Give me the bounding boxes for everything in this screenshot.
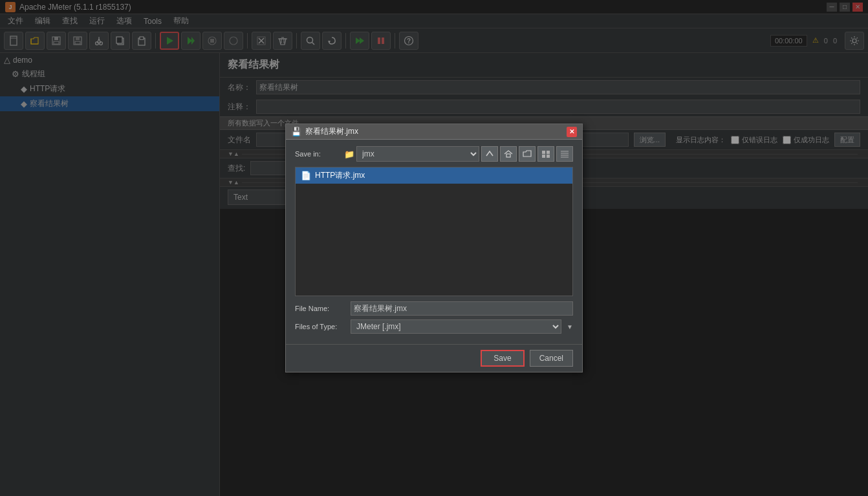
filetype-input-row: Files of Type: JMeter [.jmx] ▼ [295, 319, 573, 334]
dialog-filename-label: File Name: [295, 305, 347, 312]
svg-rect-42 [547, 155, 550, 158]
svg-rect-40 [547, 151, 550, 154]
file-item-icon: 📄 [301, 171, 311, 180]
folder-icon: 📁 [344, 149, 354, 159]
dialog-close-btn[interactable]: ✕ [567, 127, 577, 137]
save-dialog: 💾 察看结果树.jmx ✕ Save in: 📁 jmx [285, 124, 583, 372]
filetype-arrow: ▼ [567, 323, 573, 330]
dialog-list-btn[interactable] [537, 146, 554, 162]
filename-input-row: File Name: [295, 301, 573, 316]
svg-rect-41 [542, 155, 545, 158]
dialog-body: Save in: 📁 jmx [286, 140, 582, 344]
modal-overlay: 💾 察看结果树.jmx ✕ Save in: 📁 jmx [0, 0, 868, 496]
dialog-details-btn[interactable] [556, 146, 573, 162]
dialog-icon: 💾 [291, 127, 301, 136]
dialog-home-btn[interactable] [500, 146, 517, 162]
save-in-label: Save in: [295, 150, 340, 158]
save-location-select[interactable]: jmx [356, 146, 479, 162]
file-listing-area: 📄 HTTP请求.jmx [295, 167, 573, 296]
save-in-row: Save in: 📁 jmx [295, 146, 573, 162]
dialog-title-bar: 💾 察看结果树.jmx ✕ [286, 124, 582, 140]
dialog-filetype-select[interactable]: JMeter [.jmx] [351, 319, 561, 334]
dialog-buttons: Save Cancel [286, 344, 582, 372]
dialog-cancel-button[interactable]: Cancel [530, 350, 573, 367]
file-item-name: HTTP请求.jmx [315, 170, 365, 181]
svg-rect-38 [506, 154, 510, 157]
file-item-http[interactable]: 📄 HTTP请求.jmx [296, 167, 572, 184]
dialog-title: 察看结果树.jmx [305, 126, 358, 137]
dialog-new-folder-btn[interactable] [519, 146, 536, 162]
dialog-filetype-label: Files of Type: [295, 323, 347, 330]
dialog-filename-input[interactable] [351, 301, 573, 316]
dialog-save-button[interactable]: Save [481, 350, 524, 367]
svg-rect-39 [542, 151, 545, 154]
dialog-up-btn[interactable] [481, 146, 498, 162]
